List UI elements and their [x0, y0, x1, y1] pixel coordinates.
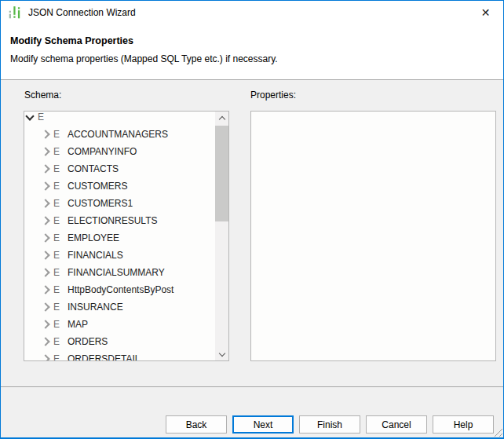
tree-item-label: MAP [68, 319, 88, 330]
chevron-right-icon[interactable] [41, 354, 49, 361]
tree-item-label: FINANCIALS [68, 250, 123, 261]
element-type-icon: E [53, 302, 60, 313]
app-logo-icon [8, 5, 22, 20]
chevron-right-icon[interactable] [41, 233, 49, 242]
chevron-down-icon[interactable] [25, 112, 34, 120]
chevron-right-icon[interactable] [41, 164, 49, 173]
window-title: JSON Connection Wizard [28, 7, 136, 18]
tree-item-label: HttpBodyContentsByPost [68, 284, 173, 295]
tree-item-label: CUSTOMERS1 [68, 198, 133, 209]
back-button[interactable]: Back [166, 415, 227, 434]
tree-item-electionresults[interactable]: EELECTIONRESULTS [24, 212, 215, 229]
tree-item-customers[interactable]: ECUSTOMERS [24, 177, 215, 195]
tree-item-employee[interactable]: EEMPLOYEE [24, 229, 215, 247]
tree-item-label: ELECTIONRESULTS [68, 215, 157, 226]
cancel-button[interactable]: Cancel [366, 415, 427, 434]
element-type-icon: E [53, 129, 60, 140]
schema-tree-rows: EEACCOUNTMANAGERSECOMPANYINFOECONTACTSEC… [24, 111, 215, 361]
tree-item-label: EMPLOYEE [68, 232, 119, 243]
chevron-right-icon[interactable] [41, 147, 49, 155]
tree-item-label: ORDERS [68, 336, 108, 347]
tree-item-companyinfo[interactable]: ECOMPANYINFO [24, 143, 215, 160]
element-type-icon: E [53, 336, 60, 347]
tree-item-label: CUSTOMERS [68, 181, 127, 192]
chevron-right-icon[interactable] [41, 251, 49, 259]
chevron-right-icon[interactable] [41, 320, 49, 328]
page-title: Modify Schema Properties [10, 35, 133, 46]
header-divider [1, 79, 503, 80]
element-type-icon: E [53, 267, 60, 278]
element-type-icon: E [53, 181, 60, 192]
page-subtitle: Modify schema properties (Mapped SQL Typ… [10, 53, 278, 64]
tree-item-label: ACCOUNTMANAGERS [68, 129, 168, 140]
tree-item-financialsummary[interactable]: EFINANCIALSUMMARY [24, 264, 215, 281]
chevron-right-icon[interactable] [41, 216, 49, 225]
tree-item-label: COMPANYINFO [68, 146, 137, 157]
tree-item-label: ORDERSDETAIL [68, 353, 140, 361]
element-type-icon: E [53, 198, 60, 209]
wizard-step-header: Modify Schema Properties Modify schema p… [1, 24, 503, 79]
close-icon[interactable]: ✕ [468, 1, 503, 24]
element-type-icon: E [37, 112, 45, 123]
properties-panel [250, 111, 496, 361]
tree-item-contacts[interactable]: ECONTACTS [24, 160, 215, 177]
tree-item-financials[interactable]: EFINANCIALS [24, 247, 215, 264]
chevron-right-icon[interactable] [41, 302, 49, 311]
tree-item-ordersdetail[interactable]: EORDERSDETAIL [24, 350, 215, 361]
tree-item-label: INSURANCE [68, 302, 123, 313]
title-bar: JSON Connection Wizard ✕ [1, 1, 503, 24]
chevron-right-icon[interactable] [41, 181, 49, 190]
element-type-icon: E [53, 163, 60, 174]
tree-item-orders[interactable]: EORDERS [24, 333, 215, 350]
chevron-right-icon[interactable] [41, 130, 49, 138]
tree-scrollbar[interactable] [215, 112, 228, 360]
help-button[interactable]: Help [433, 415, 494, 434]
properties-label: Properties: [250, 90, 296, 101]
tree-item-insurance[interactable]: EINSURANCE [24, 298, 215, 316]
scroll-up-button[interactable] [215, 112, 228, 125]
json-connection-wizard-dialog: JSON Connection Wizard ✕ Modify Schema P… [0, 0, 504, 439]
buttons-divider [1, 386, 503, 387]
tree-item-customers1[interactable]: ECUSTOMERS1 [24, 195, 215, 212]
tree-item-map[interactable]: EMAP [24, 316, 215, 333]
chevron-right-icon[interactable] [41, 268, 49, 276]
tree-root-node[interactable]: E [24, 111, 215, 126]
element-type-icon: E [53, 319, 60, 330]
schema-tree-panel: EEACCOUNTMANAGERSECOMPANYINFOECONTACTSEC… [24, 111, 229, 361]
tree-item-label: FINANCIALSUMMARY [68, 267, 165, 278]
element-type-icon: E [53, 146, 60, 157]
tree-item-httpbodycontentsbypost[interactable]: EHttpBodyContentsByPost [24, 281, 215, 298]
schema-label: Schema: [24, 90, 61, 101]
chevron-right-icon[interactable] [41, 285, 49, 294]
chevron-up-icon [218, 116, 225, 123]
element-type-icon: E [53, 284, 60, 295]
element-type-icon: E [53, 215, 60, 226]
chevron-right-icon[interactable] [41, 337, 49, 346]
element-type-icon: E [53, 353, 60, 361]
element-type-icon: E [53, 250, 60, 261]
finish-button[interactable]: Finish [299, 415, 360, 434]
chevron-down-icon [218, 349, 225, 356]
scroll-down-button[interactable] [215, 347, 228, 360]
chevron-right-icon[interactable] [41, 199, 49, 207]
tree-item-accountmanagers[interactable]: EACCOUNTMANAGERS [24, 126, 215, 143]
next-button[interactable]: Next [232, 415, 294, 434]
scrollbar-thumb[interactable] [215, 126, 228, 221]
dialog-buttons: BackNextFinishCancelHelp [166, 415, 494, 434]
element-type-icon: E [53, 232, 60, 243]
tree-item-label: CONTACTS [68, 163, 119, 174]
